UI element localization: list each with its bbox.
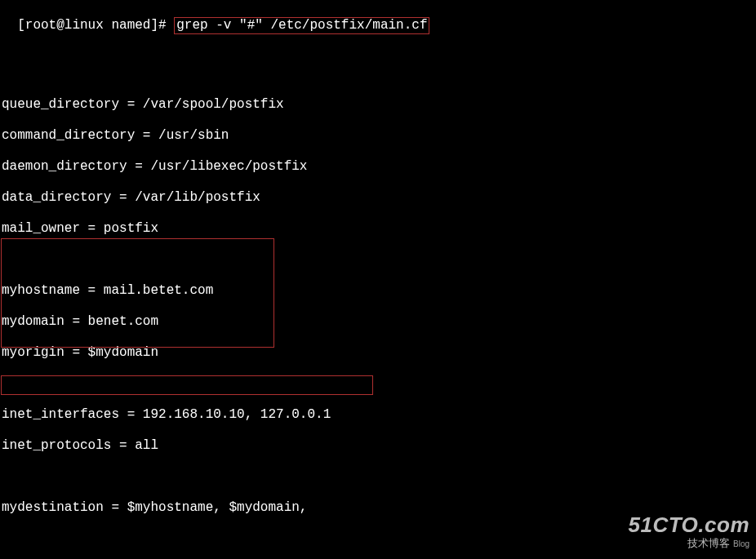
blank-line [2,392,754,407]
output-line: inet_protocols = all [2,438,754,454]
shell-prompt: [root@linux named]# [17,18,174,33]
blank-line [2,175,754,190]
blank-line [2,469,754,485]
terminal-output[interactable]: [root@linux named]# grep -v "#" /etc/pos… [2,2,754,559]
output-line: data_directory = /var/lib/postfix [2,190,754,206]
blank-line [2,268,754,283]
command-highlight: grep -v "#" /etc/postfix/main.cf [174,17,429,34]
blank-line [2,113,754,128]
command-text: grep -v "#" /etc/postfix/main.cf [176,18,427,33]
output-line: myorigin = $mydomain [2,345,754,361]
output-line: inet_interfaces = 192.168.10.10, 127.0.0… [2,407,754,423]
blank-line [2,237,754,252]
blank-line [2,330,754,345]
output-block: queue_directory = /var/spool/postfixcomm… [2,51,754,559]
watermark-sub: 技术博客 Blog [628,536,749,551]
output-line: mydomain = benet.com [2,314,754,330]
blank-line [2,252,754,268]
output-line: myhostname = mail.betet.com [2,283,754,299]
watermark-brand: 51CTO.com [628,512,749,538]
output-line: mail_owner = postfix [2,221,754,237]
blank-line [2,206,754,221]
blank-line [2,51,754,66]
output-line: command_directory = /usr/sbin [2,128,754,144]
blank-line [2,299,754,314]
blank-line [2,376,754,392]
blank-line [2,454,754,469]
output-line: queue_directory = /var/spool/postfix [2,97,754,113]
blank-line [2,485,754,500]
output-line: daemon_directory = /usr/libexec/postfix [2,159,754,175]
blank-line [2,361,754,376]
watermark: 51CTO.com 技术博客 Blog [628,512,749,551]
blank-line [2,82,754,97]
blank-line [2,423,754,438]
blank-line [2,144,754,159]
blank-line [2,66,754,82]
